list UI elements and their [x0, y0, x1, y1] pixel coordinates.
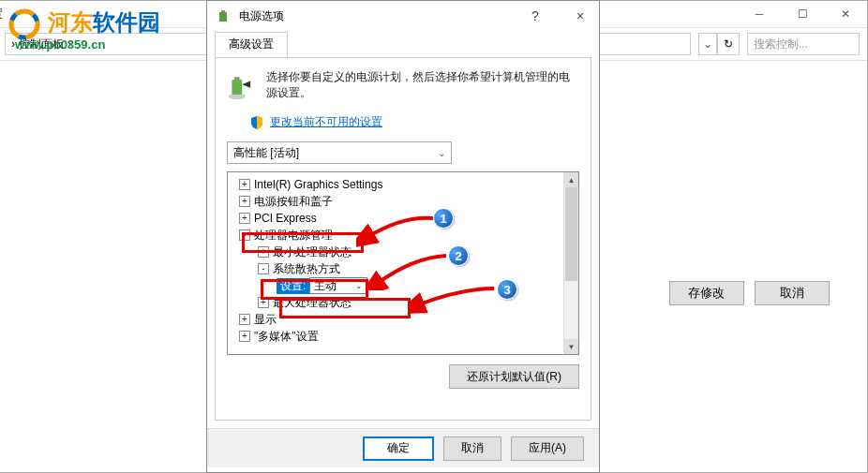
- tree-item-max-cpu[interactable]: +最大处理器状态: [228, 294, 578, 311]
- annotation-badge-3: 3: [497, 279, 517, 300]
- annotation-badge-1: 1: [433, 208, 454, 229]
- expand-icon[interactable]: +: [239, 213, 250, 224]
- annotation-arrow-3: [408, 281, 501, 314]
- bg-window-title: 编辑计划设置: [0, 7, 3, 22]
- setting-label: 设置:: [277, 278, 309, 294]
- dropdown-value: 高性能 [活动]: [233, 145, 299, 161]
- tree-item-multimedia[interactable]: +"多媒体"设置: [228, 328, 578, 345]
- logo-icon: [7, 7, 41, 41]
- tree-item-graphics[interactable]: +Intel(R) Graphics Settings: [228, 176, 578, 193]
- tree-item-display[interactable]: +显示: [228, 311, 578, 328]
- dialog-title: 电源选项: [239, 8, 284, 24]
- scrollbar[interactable]: ▲ ▼: [563, 172, 578, 354]
- minimize-button[interactable]: ─: [738, 1, 781, 27]
- dialog-footer: 确定 取消 应用(A): [207, 428, 599, 467]
- logo-text-1: 河东: [48, 9, 93, 35]
- tab-strip: 高级设置: [207, 31, 599, 57]
- expand-icon[interactable]: +: [239, 314, 250, 325]
- scroll-up-button[interactable]: ▲: [564, 172, 578, 187]
- watermark-logo: 河东软件园 www.pc0359.cn: [7, 7, 160, 52]
- apply-button[interactable]: 应用(A): [511, 436, 584, 461]
- battery-icon: [227, 69, 257, 103]
- address-dropdown[interactable]: ⌄: [698, 33, 717, 55]
- collapse-icon[interactable]: -: [239, 229, 250, 241]
- dialog-close-button[interactable]: ×: [561, 1, 599, 31]
- maximize-button[interactable]: ☐: [781, 1, 824, 27]
- info-text: 选择你要自定义的电源计划，然后选择你希望计算机管理的电源设置。: [266, 69, 579, 103]
- expand-icon[interactable]: +: [258, 246, 269, 258]
- svg-rect-2: [219, 12, 227, 22]
- close-button[interactable]: ✕: [824, 1, 867, 27]
- expand-icon[interactable]: +: [239, 331, 250, 342]
- chevron-down-icon: ⌄: [438, 148, 445, 158]
- collapse-icon[interactable]: -: [258, 263, 269, 274]
- annotation-arrow-1: [356, 211, 441, 248]
- change-unavailable-link[interactable]: 更改当前不可用的设置: [270, 114, 382, 130]
- battery-icon-small: [217, 8, 232, 23]
- bg-window-controls: ─ ☐ ✕: [738, 1, 867, 27]
- expand-icon[interactable]: +: [258, 297, 269, 308]
- svg-rect-3: [221, 10, 225, 12]
- power-plan-dropdown[interactable]: 高性能 [活动] ⌄: [227, 141, 452, 164]
- tab-advanced[interactable]: 高级设置: [215, 32, 288, 57]
- refresh-button[interactable]: ↻: [717, 33, 740, 55]
- search-input[interactable]: 搜索控制...: [747, 33, 860, 55]
- cooling-mode-select[interactable]: 主动 ⌄: [309, 277, 367, 294]
- scroll-thumb[interactable]: [565, 187, 577, 281]
- help-button[interactable]: ?: [516, 1, 554, 31]
- expand-icon[interactable]: +: [239, 196, 250, 207]
- cancel-button[interactable]: 取消: [443, 436, 501, 461]
- dialog-titlebar: 电源选项 ? ×: [207, 1, 599, 31]
- shield-icon: [249, 115, 264, 130]
- save-button[interactable]: 存修改: [669, 281, 744, 305]
- chevron-down-icon: ⌄: [355, 281, 363, 290]
- annotation-badge-2: 2: [448, 245, 469, 266]
- expand-icon[interactable]: +: [239, 179, 250, 190]
- restore-defaults-button[interactable]: 还原计划默认值(R): [449, 364, 579, 389]
- scroll-down-button[interactable]: ▼: [564, 339, 578, 354]
- logo-text-2: 软件园: [93, 9, 160, 35]
- svg-rect-5: [232, 80, 242, 95]
- svg-rect-6: [234, 77, 239, 80]
- cancel-button[interactable]: 取消: [755, 281, 830, 305]
- tree-item-power-buttons[interactable]: +电源按钮和盖子: [228, 193, 578, 210]
- ok-button[interactable]: 确定: [363, 436, 434, 461]
